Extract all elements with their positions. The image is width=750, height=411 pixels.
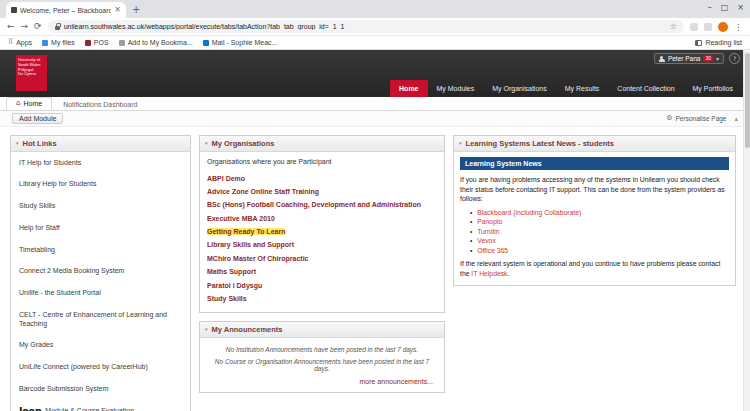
url-text[interactable]: unilearn.southwales.ac.uk/webapps/portal… [64,23,666,30]
main-tab[interactable]: My Modules [428,80,484,97]
news-link[interactable]: Turnitin [477,228,499,235]
hot-link[interactable]: Connect 2 Media Booking System [11,261,190,283]
organisation-row: Paratoi i Ddysgu [207,279,437,292]
organisation-link[interactable]: Study Skills [207,295,247,302]
my-organisations-header[interactable]: ▾ My Organisations [200,136,444,152]
subnav-tab[interactable]: ⌂ Home [6,97,52,110]
organisations-subtitle: Organisations where you are Participant [207,158,437,165]
new-tab-button[interactable]: + [132,4,140,15]
hot-link[interactable]: IT Help for Students [11,152,190,174]
reading-list-button[interactable]: Reading list [695,39,742,46]
organisation-link[interactable]: Maths Support [207,268,256,275]
main-tab[interactable]: My Portfolios [684,80,742,97]
forward-icon[interactable]: → [21,22,29,31]
browser-menu-icon[interactable]: ⋮ [734,22,743,32]
organisation-link[interactable]: Executive MBA 2010 [207,215,275,222]
reload-icon[interactable]: ⟳ [34,22,42,31]
back-icon[interactable]: ← [7,22,15,31]
hot-link[interactable]: Library Help for Students [11,174,190,196]
bookmark-item[interactable]: My files [42,39,75,46]
it-helpdesk-link[interactable]: IT Helpdesk [471,270,507,277]
tab-favicon-icon [11,7,17,13]
collapse-icon[interactable]: ▾ [205,141,208,146]
main-tab[interactable]: Content Collection [608,80,683,97]
right-column: ▾ Learning Systems Latest News - student… [453,135,736,286]
window-minimize-icon[interactable]: – [708,3,712,12]
organisation-link[interactable]: Advice Zone Online Staff Training [207,188,319,195]
organisation-link[interactable]: Library Skills and Support [207,241,294,248]
personalise-page-button[interactable]: ⚙ Personalise Page [666,115,726,122]
hot-link[interactable]: Barcode Submission System [11,378,190,400]
hot-link[interactable]: My Grades [11,335,190,357]
hot-links-header[interactable]: ▾ Hot Links [11,136,190,152]
organisation-row: MChiro Master Of Chiropractic [207,252,437,265]
browser-tab[interactable]: Welcome, Peter – Blackboard Le... × [6,2,126,18]
main-tab[interactable]: My Organisations [483,80,555,97]
usw-logo[interactable]: University of South Wales Prifysgol De C… [16,55,47,91]
organisation-row: ABPI Demo [207,172,437,185]
apps-shortcut[interactable]: ⠿ Apps [8,39,32,46]
organisation-row: Maths Support [207,266,437,279]
bookmark-item[interactable]: POS [85,39,109,46]
window-maximize-icon[interactable]: □ [721,3,729,12]
help-icon[interactable]: ? [729,53,740,64]
gear-icon: ⚙ [666,115,672,122]
bookmark-label: Mail - Sophie Meac... [212,39,278,46]
page-scrollbar[interactable] [743,50,750,411]
bookmark-label: Add to My Bookma... [128,39,193,46]
hot-link[interactable]: Unilife - the Student Portal [11,283,190,305]
organisation-link[interactable]: MChiro Master Of Chiropractic [207,255,309,262]
news-link-item: Turnitin [470,227,729,237]
tab-close-icon[interactable]: × [114,6,121,14]
loop-logo: loop [19,407,41,411]
bookmark-list: My files POS Add to My Bookma... Mail - … [42,39,277,46]
hot-link[interactable]: UniLife Connect (powered by CareerHub) [11,357,190,379]
hot-link-loop[interactable]: loop Module & Course Evaluation [11,400,190,411]
news-link[interactable]: Vevox [477,237,496,244]
organisation-link[interactable]: Paratoi i Ddysgu [207,282,262,289]
hot-link[interactable]: Help for Staff [11,217,190,239]
news-link[interactable]: Panopto [477,218,502,225]
main-tab[interactable]: My Results [556,80,609,97]
home-icon: ⌂ [16,100,20,107]
news-outro-period: . [508,270,510,277]
announcement-empty-line: No Course or Organisation Announcements … [207,356,437,375]
subnav-tab[interactable]: ⌂ Notifications Dashboard [54,99,146,110]
scroll-top-icon[interactable]: ▴ [734,115,738,123]
hot-link[interactable]: Timetabling [11,239,190,261]
module-title: Learning Systems Latest News - students [466,139,614,148]
browser-tabstrip: Welcome, Peter – Blackboard Le... × + – … [0,0,750,18]
extension-icon[interactable] [704,23,712,31]
notification-badge: 30 [703,55,713,62]
collapse-icon[interactable]: ▾ [16,141,19,146]
organisation-link[interactable]: BSc (Hons) Football Coaching, Developmen… [207,201,421,208]
scrollbar-thumb[interactable] [745,53,750,148]
hot-link[interactable]: Study Skills [11,196,190,218]
user-menu[interactable]: Peter Pana 30 ▾ [654,53,724,64]
module-title: My Announcements [212,325,283,334]
window-close-icon[interactable]: × [737,3,744,12]
learning-systems-news-header[interactable]: ▾ Learning Systems Latest News - student… [454,136,735,152]
hot-link[interactable]: CELT - Centre of Enhancement of Learning… [11,304,190,335]
news-link[interactable]: Blackboard (including Collaborate) [477,209,581,216]
main-tab[interactable]: Home [390,80,427,97]
tab-title: Welcome, Peter – Blackboard Le... [20,7,111,14]
address-bar[interactable]: unilearn.southwales.ac.uk/webapps/portal… [48,20,684,33]
add-module-button[interactable]: Add Module [12,113,63,124]
bookmark-label: My files [51,39,75,46]
more-announcements-link[interactable]: more announcements... [207,375,437,386]
my-announcements-header[interactable]: ▾ My Announcements [200,322,444,338]
organisation-link[interactable]: Getting Ready To Learn [207,228,285,235]
caret-down-icon: ▾ [716,55,719,62]
organisation-link[interactable]: ABPI Demo [207,175,245,182]
bookmark-item[interactable]: Mail - Sophie Meac... [203,39,278,46]
main-tab-label: My Organisations [492,85,546,92]
collapse-icon[interactable]: ▾ [205,327,208,332]
profile-avatar[interactable] [718,22,728,32]
extension-icon[interactable] [690,23,698,31]
bookmark-item[interactable]: Add to My Bookma... [119,39,193,46]
collapse-icon[interactable]: ▾ [459,141,462,146]
bookmark-star-icon[interactable]: ☆ [670,22,677,31]
news-link[interactable]: Office 365 [477,247,508,254]
main-tab-label: Home [399,85,418,92]
